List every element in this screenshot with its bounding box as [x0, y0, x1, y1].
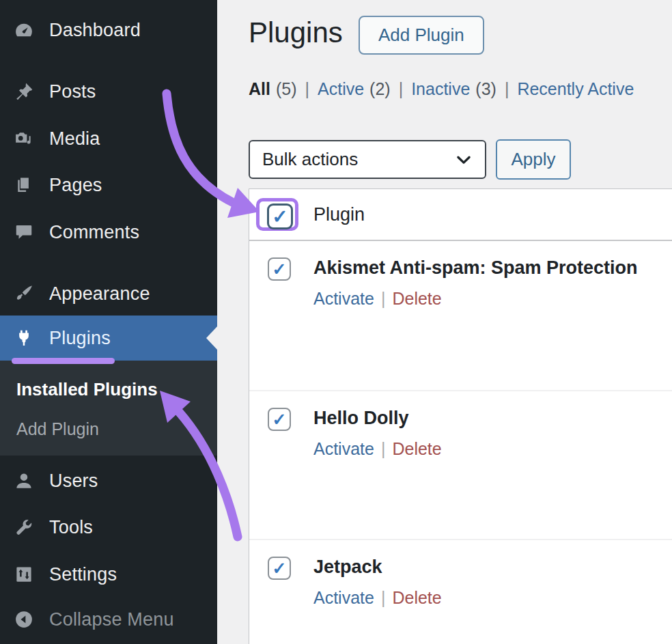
activate-link[interactable]: Activate — [313, 439, 374, 459]
check-icon: ✓ — [272, 206, 288, 228]
row-actions: Activate | Delete — [313, 439, 442, 459]
filter-separator: | — [505, 79, 509, 99]
camera-media-icon — [14, 128, 34, 149]
sidebar-item-label: Media — [49, 128, 100, 150]
delete-link[interactable]: Delete — [392, 289, 441, 309]
active-menu-notch — [206, 326, 217, 350]
plugins-table: ✓ Plugin ✓ Akismet Anti-spam: Spam Prote… — [249, 188, 672, 644]
pages-icon — [14, 175, 34, 195]
submenu-item-add-plugin[interactable]: Add Plugin — [16, 415, 99, 443]
row-checkbox[interactable]: ✓ — [268, 557, 291, 580]
sidebar-item-label: Dashboard — [49, 20, 141, 41]
sidebar-item-posts[interactable]: Posts — [0, 72, 217, 111]
plugins-page-content: Plugins Add Plugin All (5) | Active (2) … — [217, 0, 672, 644]
plugin-status-filters: All (5) | Active (2) | Inactive (3) | Re… — [249, 79, 634, 99]
filter-all[interactable]: All (5) — [249, 79, 297, 99]
delete-link[interactable]: Delete — [392, 588, 441, 608]
wrench-icon — [14, 517, 34, 537]
plugin-title: Jetpack — [313, 557, 382, 578]
sidebar-item-label: Comments — [49, 222, 139, 243]
sidebar-item-settings[interactable]: Settings — [0, 555, 217, 593]
action-separator: | — [381, 439, 386, 459]
sidebar-item-label: Posts — [49, 81, 96, 102]
bulk-actions-select[interactable]: Bulk actions — [249, 140, 486, 179]
filter-inactive[interactable]: Inactive (3) — [411, 79, 496, 99]
activate-link[interactable]: Activate — [313, 289, 374, 309]
table-header-row: ✓ Plugin — [249, 189, 672, 241]
wordpress-admin-page: Dashboard Posts Media Pages Comments — [0, 0, 672, 644]
sidebar-item-label: Users — [49, 471, 98, 492]
sidebar-item-label: Pages — [49, 175, 102, 196]
sidebar-item-media[interactable]: Media — [0, 120, 217, 158]
plug-icon — [14, 328, 34, 348]
filter-separator: | — [399, 79, 404, 99]
row-checkbox[interactable]: ✓ — [268, 408, 291, 431]
table-row-jetpack: ✓ Jetpack Activate | Delete — [249, 540, 672, 644]
filter-separator: | — [305, 79, 310, 99]
dashboard-gauge-icon — [14, 20, 34, 40]
sidebar-item-collapse-menu[interactable]: Collapse Menu — [0, 600, 217, 639]
pushpin-icon — [14, 81, 34, 102]
sidebar-item-appearance[interactable]: Appearance — [0, 275, 217, 313]
plugin-title: Akismet Anti-spam: Spam Protection — [313, 257, 638, 279]
table-row-hello-dolly: ✓ Hello Dolly Activate | Delete — [249, 391, 672, 540]
check-icon: ✓ — [272, 260, 287, 279]
check-icon: ✓ — [272, 559, 287, 578]
paintbrush-icon — [14, 283, 34, 304]
sidebar-item-label: Tools — [49, 517, 93, 538]
action-separator: | — [381, 588, 386, 608]
sidebar-item-label: Settings — [49, 564, 117, 585]
table-row-akismet: ✓ Akismet Anti-spam: Spam Protection Act… — [249, 241, 672, 391]
user-icon — [14, 471, 34, 491]
row-actions: Activate | Delete — [313, 588, 442, 608]
sidebar-item-label: Appearance — [49, 283, 150, 305]
sidebar-item-users[interactable]: Users — [0, 462, 217, 500]
delete-link[interactable]: Delete — [392, 439, 441, 459]
plugins-submenu: Installed Plugins Add Plugin — [0, 361, 217, 456]
submenu-item-installed-plugins[interactable]: Installed Plugins — [16, 376, 158, 403]
settings-sliders-icon — [14, 564, 34, 585]
admin-sidebar: Dashboard Posts Media Pages Comments — [0, 0, 217, 644]
apply-button[interactable]: Apply — [496, 139, 571, 180]
row-actions: Activate | Delete — [313, 289, 442, 309]
column-header-plugin: Plugin — [313, 189, 365, 240]
sidebar-item-plugins[interactable]: Plugins — [0, 316, 217, 361]
sidebar-item-tools[interactable]: Tools — [0, 508, 217, 546]
filter-active[interactable]: Active (2) — [318, 79, 391, 99]
sidebar-item-dashboard[interactable]: Dashboard — [0, 11, 217, 49]
comment-bubble-icon — [14, 222, 34, 242]
sidebar-item-label: Plugins — [49, 328, 111, 349]
sidebar-item-comments[interactable]: Comments — [0, 213, 217, 251]
page-title: Plugins — [249, 16, 343, 49]
action-separator: | — [381, 289, 386, 309]
plugin-title: Hello Dolly — [313, 408, 409, 429]
sidebar-item-label: Collapse Menu — [49, 609, 174, 630]
filter-recently-active[interactable]: Recently Active — [517, 79, 634, 99]
row-checkbox[interactable]: ✓ — [268, 257, 291, 281]
add-plugin-button[interactable]: Add Plugin — [359, 16, 484, 55]
check-icon: ✓ — [272, 410, 287, 430]
sidebar-item-pages[interactable]: Pages — [0, 166, 217, 204]
activate-link[interactable]: Activate — [313, 588, 374, 608]
collapse-arrow-icon — [14, 609, 34, 630]
select-all-checkbox[interactable]: ✓ — [267, 204, 293, 229]
chevron-down-icon — [453, 150, 474, 170]
